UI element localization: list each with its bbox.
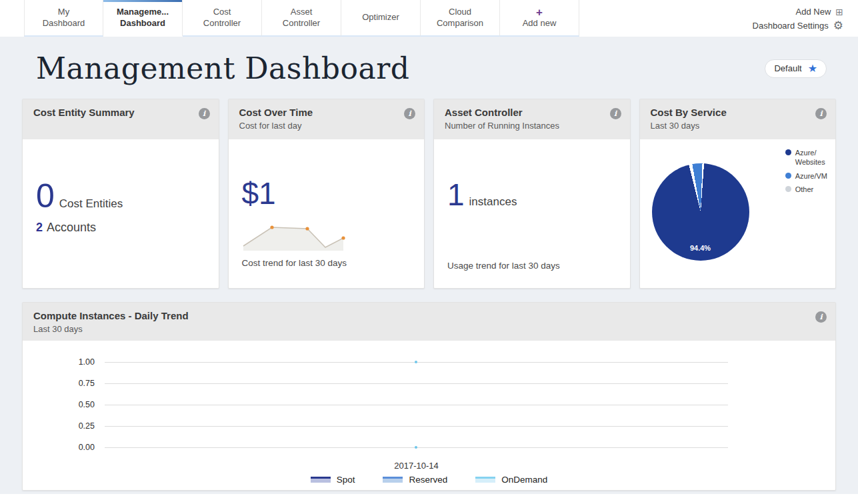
default-dashboard-button[interactable]: Default ★: [765, 59, 827, 78]
legend-swatch: [383, 477, 403, 483]
tab-label: Add new: [501, 18, 577, 29]
tab-label: Asset: [263, 7, 339, 17]
legend-label: Spot: [337, 475, 355, 485]
legend-swatch: [311, 477, 331, 483]
info-icon[interactable]: i: [199, 108, 210, 119]
card-header: Cost Over Time Cost for last day i: [229, 99, 425, 139]
card-body: 1 instances Usage trend for last 30 days: [434, 139, 630, 288]
accounts-value: 2: [36, 221, 43, 234]
legend-swatch: [475, 477, 495, 483]
legend-item-ondemand: OnDemand: [475, 475, 547, 485]
dashboard-settings-button[interactable]: Dashboard Settings ⚙: [753, 19, 843, 33]
card-body: 94.4% Azure/Websites Azure/VM Other: [640, 139, 836, 288]
tab-cost-controller[interactable]: Cost Controller: [183, 0, 262, 37]
gear-icon[interactable]: ⚙: [833, 20, 843, 31]
default-label: Default: [774, 63, 801, 73]
info-icon[interactable]: i: [404, 108, 415, 119]
tab-label: Comparison: [422, 18, 498, 29]
y-tick-label: 0.00: [23, 443, 105, 452]
star-icon: ★: [808, 63, 817, 74]
cost-by-service-card: Cost By Service Last 30 days i 94.4% Azu…: [639, 99, 837, 289]
info-icon[interactable]: i: [815, 311, 827, 323]
legend-label: Azure/VM: [795, 172, 827, 181]
grid-row: 1.00: [23, 351, 835, 373]
pie-percent-label: 94.4%: [690, 244, 711, 252]
tab-optimizer[interactable]: Optimizer: [341, 0, 421, 37]
card-body: $1 Cost trend for last 30 days: [229, 139, 425, 288]
info-icon[interactable]: i: [815, 108, 827, 119]
accounts-label: Accounts: [47, 221, 96, 234]
add-new-button[interactable]: Add New ⊞: [753, 5, 843, 19]
grid-row: 0.75: [23, 373, 835, 394]
y-tick-label: 0.25: [23, 421, 105, 431]
card-subtitle: Last 30 days: [33, 324, 809, 334]
card-subtitle: Cost for last day: [239, 121, 398, 131]
tab-management-dashboard[interactable]: Manageme... Dashboard: [103, 0, 183, 37]
gridline: [105, 426, 728, 427]
add-new-grid-icon: ⊞: [835, 7, 843, 17]
tab-cloud-comparison[interactable]: Cloud Comparison: [421, 0, 500, 37]
cost-entities-metric: 0 Cost Entities: [36, 179, 205, 213]
card-header: Asset Controller Number of Running Insta…: [434, 99, 630, 139]
instances-label: instances: [469, 195, 517, 209]
y-tick-label: 1.00: [23, 357, 105, 367]
instances-value: 1: [447, 179, 465, 210]
cost-trend-footnote: Cost trend for last 30 days: [242, 258, 411, 268]
gridline: [105, 405, 728, 405]
cost-sparkline-chart: [242, 221, 346, 251]
grid-row: 0.50: [23, 394, 835, 415]
card-title: Compute Instances - Daily Trend: [33, 310, 809, 321]
legend-dot: [785, 173, 791, 179]
legend-label: OnDemand: [501, 475, 547, 485]
instances-metric: 1 instances: [447, 179, 617, 210]
legend-dot: [785, 186, 791, 192]
tab-label: Optimizer: [343, 12, 419, 23]
legend-item-azure-websites: Azure/Websites: [785, 149, 827, 167]
trend-legend: Spot Reserved OnDemand: [23, 475, 835, 485]
data-point-ondemand: [415, 361, 417, 363]
legend-item-spot: Spot: [311, 475, 355, 485]
usage-trend-footnote: Usage trend for last 30 days: [447, 261, 560, 271]
tab-label: Cost: [184, 7, 260, 17]
tab-label: My: [26, 7, 101, 17]
footer-strip: [0, 494, 858, 504]
legend-label: Other: [795, 185, 814, 195]
cost-over-time-card: Cost Over Time Cost for last day i $1 Co…: [228, 99, 425, 289]
tab-asset-controller[interactable]: Asset Controller: [262, 0, 341, 37]
card-header: Cost By Service Last 30 days i: [640, 99, 836, 139]
data-point-spot: [415, 446, 417, 449]
tab-add-new[interactable]: + Add new: [500, 0, 579, 37]
page-title: Management Dashboard: [36, 51, 409, 85]
legend-label: Reserved: [409, 475, 447, 485]
card-body: 0 Cost Entities 2Accounts: [23, 139, 219, 288]
card-header: Cost Entity Summary i: [23, 99, 219, 139]
card-title: Cost By Service: [651, 107, 809, 118]
y-tick-label: 0.50: [23, 400, 105, 409]
cost-value: $1: [242, 178, 411, 209]
info-icon[interactable]: i: [610, 108, 621, 119]
tab-label: Manageme...: [105, 7, 181, 17]
tab-label: Controller: [184, 18, 260, 29]
tab-my-dashboard[interactable]: My Dashboard: [24, 0, 103, 37]
legend-item-other: Other: [785, 185, 827, 195]
x-axis-label: 2017-10-14: [105, 461, 728, 471]
dashboard-main: Management Dashboard Default ★ Cost Enti…: [0, 37, 858, 494]
legend-item-azure-vm: Azure/VM: [785, 172, 827, 181]
pie-legend: Azure/Websites Azure/VM Other: [785, 149, 827, 195]
daily-trend-card: Compute Instances - Daily Trend Last 30 …: [22, 302, 836, 491]
cost-entities-value: 0: [36, 179, 55, 213]
cost-entities-label: Cost Entities: [59, 197, 123, 211]
y-tick-label: 0.75: [23, 379, 105, 388]
legend-dot: [785, 149, 791, 155]
plus-icon: +: [501, 7, 577, 18]
dashboard-settings-label: Dashboard Settings: [753, 21, 829, 31]
grid-row: 0.25: [23, 415, 835, 437]
dashboard-tabs: My Dashboard Manageme... Dashboard Cost …: [24, 0, 579, 37]
card-title: Cost Entity Summary: [33, 107, 192, 118]
cost-entity-summary-card: Cost Entity Summary i 0 Cost Entities 2A…: [22, 99, 219, 289]
card-subtitle: Number of Running Instances: [445, 121, 603, 131]
cost-by-service-pie-chart: 94.4%: [652, 163, 749, 261]
tab-label: Controller: [263, 18, 339, 29]
grid-row: 0.00: [23, 437, 835, 458]
legend-item-reserved: Reserved: [383, 475, 447, 485]
